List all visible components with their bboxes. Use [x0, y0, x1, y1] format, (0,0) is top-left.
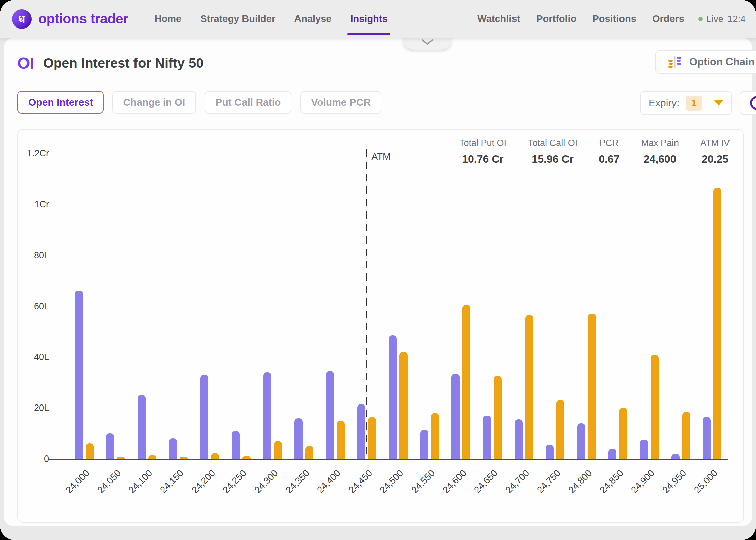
- nav-item-portfolio[interactable]: Portfolio: [536, 0, 576, 38]
- nav-item-positions[interactable]: Positions: [592, 0, 636, 38]
- put-oi-bar[interactable]: [515, 419, 523, 459]
- tab-put-call-ratio[interactable]: Put Call Ratio: [205, 91, 291, 114]
- put-oi-bar[interactable]: [420, 430, 428, 459]
- y-axis-tick: 0: [44, 454, 49, 464]
- put-oi-bar[interactable]: [640, 440, 648, 459]
- put-oi-bar[interactable]: [608, 449, 616, 459]
- stat-label: Total Put OI: [459, 138, 506, 148]
- atm-label: ATM: [371, 151, 390, 162]
- call-oi-bar[interactable]: [337, 421, 345, 459]
- call-oi-bar[interactable]: [651, 355, 659, 459]
- call-oi-bar[interactable]: [494, 376, 502, 459]
- call-oi-bar[interactable]: [148, 455, 156, 459]
- call-oi-bar[interactable]: [462, 305, 470, 459]
- call-oi-bar[interactable]: [180, 457, 188, 459]
- x-axis-label: 24,600: [441, 468, 469, 495]
- put-oi-bar[interactable]: [106, 433, 114, 459]
- x-axis-label: 24,700: [503, 468, 531, 495]
- expiry-dropdown[interactable]: Expiry: 1: [640, 91, 732, 115]
- x-axis-label: 25,000: [692, 468, 720, 495]
- call-oi-bar[interactable]: [431, 413, 439, 459]
- x-axis-label: 24,200: [190, 468, 217, 495]
- put-oi-bar[interactable]: [577, 423, 585, 459]
- x-axis-label: 24,850: [598, 468, 626, 495]
- call-oi-bar[interactable]: [682, 412, 690, 459]
- x-axis-label: 24,000: [64, 468, 92, 495]
- x-axis-label: 24,150: [158, 468, 186, 495]
- nav-item-insights[interactable]: Insights: [350, 0, 387, 38]
- atm-dashed-line: [366, 149, 367, 459]
- strike-group-24300: 24,300: [257, 153, 288, 459]
- strike-group-24700: 24,700: [508, 153, 540, 459]
- view-tabs: Open InterestChange in OIPut Call RatioV…: [17, 91, 381, 114]
- put-oi-bar[interactable]: [451, 374, 460, 459]
- put-oi-bar[interactable]: [138, 395, 146, 459]
- put-oi-bar[interactable]: [389, 335, 397, 459]
- strike-group-24850: 24,850: [602, 153, 634, 459]
- collapse-header-handle[interactable]: [402, 38, 453, 50]
- caret-down-icon: [714, 100, 723, 106]
- nav-item-orders[interactable]: Orders: [652, 0, 684, 38]
- refresh-button[interactable]: [740, 91, 756, 115]
- app-window: ध options trader HomeStrategy BuilderAna…: [0, 0, 756, 540]
- live-status: Live 12:4: [698, 14, 756, 24]
- x-axis-label: 24,450: [346, 468, 374, 495]
- call-oi-bar[interactable]: [399, 352, 408, 459]
- call-oi-bar[interactable]: [117, 457, 125, 459]
- chevron-down-icon: [421, 39, 433, 46]
- brand-name[interactable]: options trader: [38, 11, 128, 27]
- put-oi-bar[interactable]: [326, 371, 334, 459]
- stat-max-pain: Max Pain24,600: [641, 138, 679, 165]
- y-axis-tick: 60L: [34, 301, 49, 311]
- put-oi-bar[interactable]: [483, 416, 491, 459]
- strike-group-24500: 24,500: [382, 153, 414, 459]
- stat-pcr: PCR0.67: [599, 138, 619, 165]
- put-oi-bar[interactable]: [703, 417, 711, 459]
- nav-item-strategy-builder[interactable]: Strategy Builder: [200, 0, 275, 38]
- option-chain-button[interactable]: Option Chain: [655, 50, 756, 74]
- call-oi-bar[interactable]: [86, 443, 94, 459]
- strike-group-24650: 24,650: [477, 153, 508, 459]
- call-oi-bar[interactable]: [242, 456, 251, 459]
- strike-group-24600: 24,600: [445, 153, 477, 459]
- put-oi-bar[interactable]: [232, 431, 240, 459]
- call-oi-bar[interactable]: [588, 314, 596, 459]
- call-oi-bar[interactable]: [368, 417, 376, 459]
- nav-item-home[interactable]: Home: [155, 0, 182, 38]
- nav-item-watchlist[interactable]: Watchlist: [477, 0, 520, 38]
- call-oi-bar[interactable]: [556, 400, 564, 459]
- y-axis-tick: 1.2Cr: [27, 148, 49, 159]
- tab-change-in-oi[interactable]: Change in OI: [112, 91, 196, 114]
- x-axis-label: 24,950: [660, 468, 688, 495]
- put-oi-bar[interactable]: [200, 375, 208, 459]
- put-oi-bar[interactable]: [294, 418, 303, 459]
- put-oi-bar[interactable]: [671, 454, 680, 459]
- tab-open-interest[interactable]: Open Interest: [17, 91, 104, 114]
- call-oi-bar[interactable]: [713, 188, 721, 459]
- x-axis-label: 24,900: [629, 468, 657, 495]
- brand-logo[interactable]: ध: [12, 9, 32, 29]
- call-oi-bar[interactable]: [211, 453, 219, 459]
- live-time: 12:4: [727, 14, 746, 24]
- x-axis-label: 24,750: [535, 468, 563, 495]
- put-oi-bar[interactable]: [75, 291, 83, 459]
- stat-label: ATM IV: [700, 138, 730, 148]
- call-oi-bar[interactable]: [305, 446, 313, 459]
- stat-total-call-oi: Total Call OI15.96 Cr: [528, 138, 577, 165]
- tab-volume-pcr[interactable]: Volume PCR: [300, 91, 381, 114]
- call-oi-bar[interactable]: [619, 408, 627, 459]
- top-navbar: ध options trader HomeStrategy BuilderAna…: [0, 0, 756, 38]
- y-axis-tick: 1Cr: [34, 199, 49, 209]
- nav-item-analyse[interactable]: Analyse: [294, 0, 331, 38]
- strike-group-24150: 24,150: [163, 153, 194, 459]
- refresh-icon: [748, 94, 756, 112]
- strike-group-24050: 24,050: [100, 153, 131, 459]
- call-oi-bar[interactable]: [274, 441, 282, 459]
- put-oi-bar[interactable]: [263, 372, 271, 459]
- put-oi-bar[interactable]: [169, 438, 177, 459]
- x-axis-label: 24,650: [472, 468, 500, 495]
- stat-value: 24,600: [641, 153, 679, 165]
- put-oi-bar[interactable]: [546, 445, 554, 459]
- call-oi-bar[interactable]: [525, 315, 533, 459]
- put-oi-bar[interactable]: [357, 404, 365, 459]
